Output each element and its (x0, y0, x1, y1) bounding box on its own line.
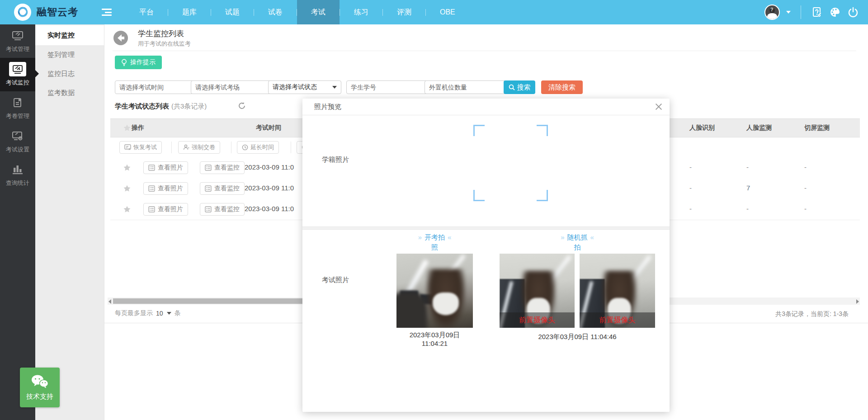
sidebar-item-label: 考试管理 (6, 45, 29, 53)
logout-power-icon[interactable] (847, 6, 859, 18)
sidebar-item-paper-management[interactable]: 考卷管理 (0, 91, 35, 125)
view-photos-button[interactable]: 查看照片 (143, 161, 188, 174)
exam-room-input[interactable] (191, 80, 271, 94)
brand-logo-icon (14, 3, 32, 21)
app-root: 融智云考 平台 题库 试题 试卷 考试 练习 评测 OBE ? (0, 0, 868, 420)
exam-start-photo-label-line2: 照 (431, 243, 438, 251)
person-icon (183, 144, 189, 151)
view-photos-label: 查看照片 (158, 205, 183, 213)
primary-sidebar: 考试管理 考试监控 考卷管理 考试设置 查询统计 (0, 24, 35, 420)
scroll-right-arrow[interactable] (856, 299, 859, 304)
page-size-control: 每页最多显示 10 条 (115, 309, 181, 317)
main-menu: 平台 题库 试题 试卷 考试 练习 评测 OBE (125, 0, 469, 24)
random-capture-tab[interactable]: »随机抓« 拍 (500, 232, 655, 252)
operation-tips-label: 操作提示 (130, 58, 156, 66)
camera-warning-band: 前置摄像头 (580, 312, 655, 328)
navbar-divider (801, 5, 801, 19)
extend-time-button[interactable]: 延长时间 (237, 141, 279, 154)
exam-status-select[interactable]: 请选择考试状态 (268, 80, 341, 94)
exam-start-photo-tab[interactable]: »开考拍« 照 (396, 232, 473, 252)
card-arrow-icon (124, 144, 131, 151)
page-subtitle: 用于考试的在线监考 (138, 40, 191, 48)
nav-item-exams[interactable]: 考试 (297, 0, 340, 24)
exam-time-cell: 2023-03-09 11:0 (245, 205, 294, 212)
exam-management-icon (9, 28, 26, 43)
resume-exam-button[interactable]: 恢复考试 (119, 141, 162, 154)
tech-support-button[interactable]: 技术支持 (20, 368, 60, 407)
nav-item-questions[interactable]: 试题 (211, 0, 254, 24)
view-photos-button[interactable]: 查看照片 (143, 203, 188, 216)
student-id-input[interactable] (346, 80, 429, 94)
refresh-icon[interactable] (238, 102, 246, 110)
photo-preview-modal: 照片预览 学籍照片 考试照片 »开考拍« 照 »随机抓« 拍 (302, 99, 670, 412)
table-record-count: (共3条记录) (171, 102, 207, 110)
force-submit-button[interactable]: 强制交卷 (178, 141, 220, 154)
sidebar-item-exam-settings[interactable]: 考试设置 (0, 125, 35, 158)
column-header-screen-switch-monitoring: 切屏监测 (804, 119, 830, 137)
secondary-sidebar: 实时监控 签到管理 监控日志 监考数据 (35, 24, 104, 420)
submenu-item-monitoring-logs[interactable]: 监控日志 (35, 64, 104, 83)
timestamp-time: 11:04:21 (422, 340, 448, 347)
form-list-icon (148, 185, 155, 192)
favorite-star-icon[interactable] (123, 184, 131, 193)
clear-search-label: 清除搜索 (548, 83, 576, 92)
search-button[interactable]: 搜索 (504, 80, 535, 94)
view-monitoring-button[interactable]: 查看监控 (200, 203, 245, 216)
exam-time-input[interactable] (115, 80, 195, 94)
nav-item-platform[interactable]: 平台 (125, 0, 168, 24)
user-menu-caret-icon[interactable] (786, 11, 791, 14)
random-capture-photo[interactable]: 前置摄像头 (580, 254, 655, 328)
nav-item-papers[interactable]: 试卷 (254, 0, 297, 24)
nav-item-question-bank[interactable]: 题库 (168, 0, 211, 24)
help-doc-icon[interactable] (811, 6, 823, 18)
sidebar-item-label: 查询统计 (6, 179, 29, 187)
nav-item-practice[interactable]: 练习 (340, 0, 382, 24)
user-avatar[interactable]: ? (764, 5, 780, 20)
scroll-left-arrow[interactable] (108, 299, 111, 304)
view-photos-label: 查看照片 (158, 164, 183, 172)
exam-start-photo[interactable] (396, 254, 473, 328)
chevron-left-deco: « (448, 233, 451, 241)
sidebar-item-query-statistics[interactable]: 查询统计 (0, 158, 35, 192)
external-camera-count-input[interactable] (425, 80, 506, 94)
face-recognition-cell: - (689, 205, 739, 212)
clear-search-button[interactable]: 清除搜索 (541, 80, 583, 94)
random-capture-label-line2: 拍 (574, 243, 581, 251)
submenu-item-realtime-monitoring[interactable]: 实时监控 (35, 25, 104, 45)
sidebar-item-exam-management[interactable]: 考试管理 (0, 24, 35, 58)
sidebar-item-exam-monitoring[interactable]: 考试监控 (0, 58, 35, 91)
random-capture-photo[interactable]: 前置摄像头 (500, 254, 575, 328)
exam-time-cell: 2023-03-09 11:0 (245, 163, 294, 171)
screen-switch-cell: - (804, 205, 854, 212)
random-capture-timestamp: 2023年03月09日 11:04:46 (500, 332, 655, 341)
front-camera-warning-text: 前置摄像头 (519, 316, 555, 325)
view-photos-button[interactable]: 查看照片 (143, 182, 188, 195)
face-monitoring-cell: - (746, 205, 796, 212)
operation-tips-button[interactable]: 操作提示 (115, 56, 162, 69)
select-caret-icon (332, 86, 337, 89)
view-monitoring-button[interactable]: 查看监控 (200, 161, 245, 174)
submenu-item-proctor-data[interactable]: 监考数据 (35, 83, 104, 102)
sidebar-item-label: 考卷管理 (6, 112, 29, 120)
page-size-caret-icon (167, 312, 171, 315)
chevron-left-deco: « (590, 233, 594, 241)
frame-corner-icon (473, 190, 485, 201)
menu-toggle-icon[interactable] (102, 9, 112, 16)
search-icon (509, 84, 515, 90)
favorite-star-icon[interactable] (123, 164, 131, 172)
avatar-question-glyph: ? (770, 7, 774, 12)
theme-palette-icon[interactable] (829, 6, 841, 18)
registration-photo-label: 学籍照片 (322, 156, 349, 164)
nav-item-evaluation[interactable]: 评测 (383, 0, 425, 24)
nav-item-obe[interactable]: OBE (426, 0, 469, 24)
favorite-star-icon[interactable] (123, 205, 131, 213)
view-monitoring-button[interactable]: 查看监控 (200, 182, 245, 195)
view-monitoring-label: 查看监控 (214, 184, 240, 193)
page-size-select[interactable]: 10 (156, 310, 171, 317)
header-divider (113, 51, 856, 51)
back-button[interactable] (113, 30, 129, 46)
submenu-item-checkin-management[interactable]: 签到管理 (35, 45, 104, 64)
table-title: 学生考试状态列表(共3条记录) (115, 102, 207, 111)
close-icon[interactable] (654, 102, 663, 111)
front-camera-warning-text: 前置摄像头 (599, 316, 636, 325)
